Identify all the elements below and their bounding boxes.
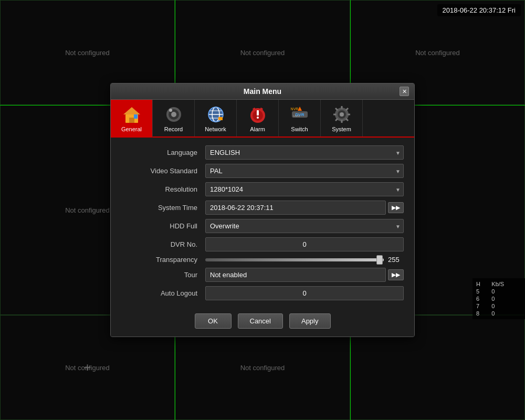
hdd-full-select[interactable]: Overwrite Stop	[205, 219, 404, 233]
svg-rect-14	[218, 117, 223, 120]
auto-logout-input[interactable]	[205, 286, 404, 300]
dialog-close-button[interactable]: ✕	[400, 87, 409, 96]
main-menu-dialog: Main Menu ✕ General	[110, 83, 415, 337]
tour-btn[interactable]: ▶▶	[388, 269, 404, 280]
transparency-row: Transparency 255	[121, 256, 404, 264]
resolution-label: Resolution	[121, 185, 205, 193]
video-standard-label: Video Standard	[121, 167, 205, 175]
tour-row: Tour ▶▶	[121, 268, 404, 282]
tour-control: ▶▶	[205, 268, 404, 282]
ok-button[interactable]: OK	[195, 313, 232, 329]
language-label: Language	[121, 149, 205, 156]
hdd-full-label: HDD Full	[121, 222, 205, 230]
tab-record-label: Record	[164, 126, 183, 132]
system-time-row: System Time ▶▶	[121, 201, 404, 215]
tab-network[interactable]: Network	[195, 100, 237, 136]
auto-logout-label: Auto Logout	[121, 289, 205, 297]
auto-logout-control	[205, 286, 404, 300]
transparency-slider-track[interactable]	[205, 258, 384, 261]
video-standard-control: PAL NTSC ▼	[205, 164, 404, 178]
language-select[interactable]: ENGLISH CHINESE SPANISH	[205, 145, 404, 160]
svg-point-28	[340, 112, 344, 117]
resolution-row: Resolution 1280*1024 1920*1080 1024*768 …	[121, 182, 404, 196]
dvr-no-control	[205, 237, 404, 251]
svg-point-7	[169, 109, 172, 112]
svg-point-18	[257, 117, 259, 119]
tab-record[interactable]: Record	[153, 100, 195, 136]
hdd-full-control: Overwrite Stop ▼	[205, 219, 404, 233]
svg-line-34	[346, 119, 348, 121]
record-icon	[163, 104, 184, 125]
system-time-label: System Time	[121, 204, 205, 212]
dialog-titlebar: Main Menu ✕	[111, 83, 414, 100]
modal-overlay: Main Menu ✕ General	[0, 0, 525, 420]
svg-marker-1	[123, 107, 140, 114]
switch-icon: DVR NVR HVR	[289, 104, 310, 125]
dvr-no-row: DVR No.	[121, 237, 404, 251]
tab-alarm-label: Alarm	[250, 126, 265, 132]
auto-logout-row: Auto Logout	[121, 286, 404, 300]
apply-button[interactable]: Apply	[289, 313, 331, 329]
svg-text:HVR: HVR	[293, 114, 300, 118]
transparency-slider-thumb[interactable]	[376, 255, 383, 265]
dialog-title: Main Menu	[125, 87, 400, 96]
hdd-full-row: HDD Full Overwrite Stop ▼	[121, 219, 404, 233]
svg-point-6	[171, 112, 176, 117]
tab-bar: General Record	[111, 100, 414, 138]
tab-system-label: System	[332, 126, 351, 132]
transparency-control: 255	[205, 256, 404, 264]
svg-line-36	[335, 119, 338, 121]
dvr-no-label: DVR No.	[121, 240, 205, 248]
network-icon	[205, 104, 226, 125]
svg-text:NVR: NVR	[290, 107, 298, 111]
video-standard-row: Video Standard PAL NTSC ▼	[121, 164, 404, 178]
svg-rect-3	[134, 114, 138, 119]
tab-network-label: Network	[205, 126, 226, 132]
tab-system[interactable]: System	[321, 100, 363, 136]
tab-switch[interactable]: DVR NVR HVR Switch	[279, 100, 321, 136]
dialog-form: Language ENGLISH CHINESE SPANISH ▼ Video…	[111, 138, 414, 337]
system-time-input[interactable]	[205, 201, 386, 215]
tour-input[interactable]	[205, 268, 386, 282]
tab-switch-label: Switch	[291, 126, 308, 132]
resolution-control: 1280*1024 1920*1080 1024*768 ▼	[205, 182, 404, 196]
alarm-icon	[247, 104, 268, 125]
svg-rect-2	[129, 118, 134, 123]
transparency-label: Transparency	[121, 256, 205, 264]
language-control: ENGLISH CHINESE SPANISH ▼	[205, 145, 404, 160]
tab-general-label: General	[121, 126, 142, 132]
tour-label: Tour	[121, 271, 205, 279]
tab-alarm[interactable]: Alarm	[237, 100, 279, 136]
cancel-button[interactable]: Cancel	[238, 313, 283, 329]
system-time-btn[interactable]: ▶▶	[388, 202, 404, 213]
svg-rect-17	[257, 110, 259, 116]
dvr-no-input[interactable]	[205, 237, 404, 251]
svg-line-33	[335, 108, 338, 110]
language-row: Language ENGLISH CHINESE SPANISH ▼	[121, 145, 404, 160]
system-time-control: ▶▶	[205, 201, 404, 215]
svg-line-35	[346, 108, 348, 110]
tab-general[interactable]: General	[111, 100, 153, 138]
general-icon	[121, 104, 142, 125]
video-standard-select[interactable]: PAL NTSC	[205, 164, 404, 178]
dialog-button-row: OK Cancel Apply	[121, 308, 404, 329]
system-icon	[331, 104, 352, 125]
transparency-value: 255	[388, 256, 404, 264]
resolution-select[interactable]: 1280*1024 1920*1080 1024*768	[205, 182, 404, 196]
